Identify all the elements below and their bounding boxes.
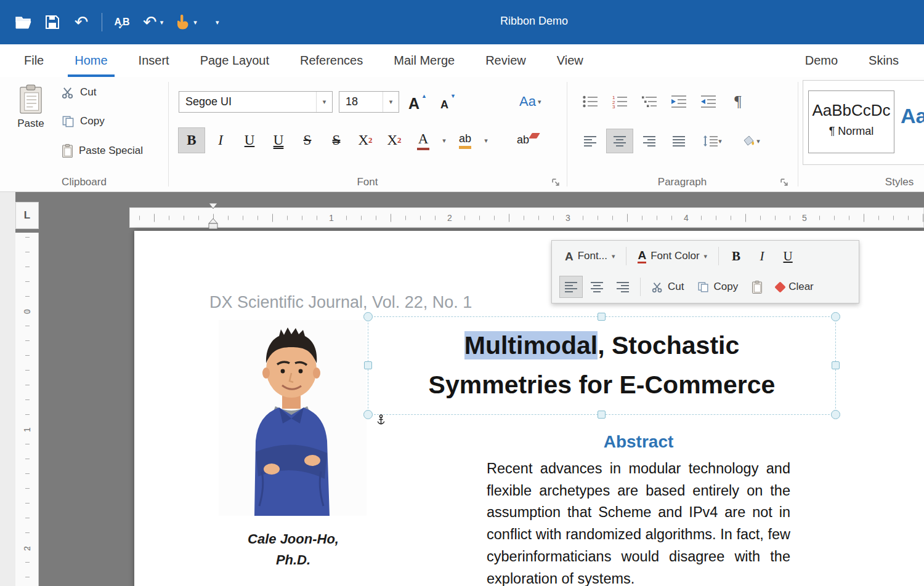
- multilevel-list-button[interactable]: [636, 89, 663, 114]
- paragraph-dialog-launcher[interactable]: [780, 178, 789, 187]
- double-underline-button[interactable]: U: [265, 127, 292, 153]
- mini-copy-button[interactable]: Copy: [692, 275, 744, 299]
- mini-align-center-button[interactable]: [585, 276, 609, 298]
- group-caption-font: Font: [168, 176, 567, 188]
- photo-caption[interactable]: Cale Joon-Ho, Ph.D.: [219, 529, 367, 571]
- tab-references[interactable]: References: [285, 44, 378, 77]
- journal-header[interactable]: DX Scientific Journal, Vol. 22, No. 1: [209, 293, 472, 312]
- tab-demo[interactable]: Demo: [790, 44, 853, 77]
- title-line1: Multimodal, Stochastic: [368, 326, 835, 365]
- shrink-font-button[interactable]: A ▼: [438, 90, 458, 113]
- double-strikethrough-button[interactable]: S: [323, 127, 350, 153]
- chevron-down-icon[interactable]: ▾: [316, 92, 332, 112]
- indent-marker[interactable]: [208, 203, 218, 233]
- chevron-down-icon[interactable]: ▾: [383, 92, 399, 112]
- cut-button[interactable]: Cut: [62, 82, 96, 102]
- bold-button[interactable]: B: [178, 127, 205, 153]
- mini-align-right-button[interactable]: [611, 276, 634, 298]
- line-spacing-button[interactable]: ▾: [695, 129, 729, 153]
- resize-handle-top-right[interactable]: [831, 312, 840, 321]
- abstract-body[interactable]: Recent advances in modular technology an…: [487, 458, 790, 586]
- tab-skins[interactable]: Skins: [853, 44, 914, 77]
- copy-button[interactable]: Copy: [62, 111, 105, 131]
- resize-handle-bottom-right[interactable]: [831, 410, 840, 419]
- tab-view[interactable]: View: [541, 44, 599, 77]
- style-item-next[interactable]: AaBbCcDc: [901, 90, 924, 153]
- ruler-number: 2: [446, 213, 453, 223]
- italic-button[interactable]: I: [207, 127, 234, 153]
- tab-home[interactable]: Home: [59, 44, 123, 77]
- paragraph-row-1: 1 2 3: [577, 89, 752, 114]
- font-name-combobox[interactable]: Segoe UI ▾: [179, 91, 333, 113]
- qat-separator: [102, 13, 102, 31]
- tab-insert[interactable]: Insert: [123, 44, 185, 77]
- tab-review[interactable]: Review: [470, 44, 541, 77]
- numbered-list-button[interactable]: 1 2 3: [606, 89, 633, 114]
- font-ab-toggle-button[interactable]: AB ✓: [114, 12, 131, 33]
- strikethrough-button[interactable]: S: [294, 127, 321, 153]
- bullet-list-button[interactable]: [577, 89, 604, 114]
- change-case-button[interactable]: Aa ▾: [517, 90, 543, 113]
- resize-handle-top-center[interactable]: [598, 313, 606, 321]
- highlight-button[interactable]: ab: [452, 127, 479, 153]
- font-color-button[interactable]: A: [410, 127, 437, 153]
- font-color-dropdown-button[interactable]: ▾: [439, 127, 450, 153]
- ribbon-group-paragraph: 1 2 3: [567, 77, 798, 191]
- selected-text[interactable]: Multimodal: [464, 331, 598, 359]
- title-text-box[interactable]: Multimodal, Stochastic Symmetries for E-…: [368, 316, 836, 415]
- abstract-heading[interactable]: Abstract: [487, 432, 790, 452]
- increase-indent-button[interactable]: [695, 89, 722, 114]
- resize-handle-top-left[interactable]: [363, 312, 373, 321]
- font-dialog-launcher[interactable]: [551, 178, 561, 187]
- mini-cut-button[interactable]: Cut: [646, 275, 689, 299]
- undo-dropdown-button[interactable]: ↶ ▾: [143, 12, 163, 33]
- mini-underline-button[interactable]: U: [776, 244, 800, 268]
- undo-button[interactable]: ↶: [73, 12, 90, 33]
- touch-mode-button[interactable]: ▾: [175, 12, 197, 33]
- tab-stop-selector[interactable]: L: [15, 202, 39, 229]
- shading-button[interactable]: ▾: [732, 129, 770, 153]
- mini-font-button[interactable]: A Font... ▾: [559, 244, 620, 268]
- mini-paste-button[interactable]: [746, 275, 768, 299]
- document-title[interactable]: Multimodal, Stochastic Symmetries for E-…: [368, 317, 835, 404]
- resize-handle-mid-right[interactable]: [832, 361, 840, 369]
- font-size-combobox[interactable]: 18 ▾: [339, 91, 399, 113]
- mini-clear-button[interactable]: Clear: [771, 275, 819, 299]
- mini-bold-button[interactable]: B: [724, 244, 748, 268]
- paste-button[interactable]: Paste: [11, 84, 51, 152]
- clear-formatting-button[interactable]: ab: [509, 127, 537, 153]
- tab-file[interactable]: File: [9, 44, 59, 77]
- highlight-dropdown-button[interactable]: ▾: [480, 127, 492, 153]
- copy-icon: [697, 281, 709, 293]
- align-right-button[interactable]: [636, 129, 663, 153]
- subscript-button[interactable]: X2: [381, 127, 408, 153]
- resize-handle-mid-left[interactable]: [364, 361, 372, 369]
- superscript-button[interactable]: X2: [352, 127, 379, 153]
- grow-font-button[interactable]: A ▲: [406, 90, 429, 113]
- save-button[interactable]: [44, 12, 61, 33]
- qat-customize-button[interactable]: ▾: [209, 12, 226, 33]
- style-item-normal[interactable]: AaBbCcDc ¶ Normal: [808, 90, 894, 153]
- mini-italic-button[interactable]: I: [750, 244, 774, 268]
- show-marks-button[interactable]: ¶: [724, 89, 752, 114]
- chevron-down-icon: ▾: [612, 253, 615, 260]
- underline-button[interactable]: U: [236, 127, 263, 153]
- clear-diamond-icon: [774, 281, 785, 292]
- paste-special-button[interactable]: Paste Special: [62, 141, 143, 161]
- mini-separator: [718, 247, 719, 265]
- align-left-button[interactable]: [577, 129, 604, 153]
- tab-mail-merge[interactable]: Mail Merge: [378, 44, 470, 77]
- author-photo[interactable]: [219, 320, 367, 516]
- resize-handle-bottom-center[interactable]: [598, 411, 606, 419]
- cut-label: Cut: [80, 86, 96, 98]
- justify-button[interactable]: [665, 129, 692, 153]
- align-center-button[interactable]: [606, 129, 633, 153]
- resize-handle-bottom-left[interactable]: [363, 410, 373, 419]
- mini-align-left-button[interactable]: [559, 276, 583, 298]
- open-button[interactable]: [15, 12, 32, 33]
- mini-font-color-button[interactable]: A Font Color ▾: [632, 244, 713, 268]
- scissors-icon: [62, 86, 75, 99]
- vertical-ruler: 0 1 2: [15, 233, 39, 586]
- tab-page-layout[interactable]: Page Layout: [185, 44, 285, 77]
- decrease-indent-button[interactable]: [665, 89, 692, 114]
